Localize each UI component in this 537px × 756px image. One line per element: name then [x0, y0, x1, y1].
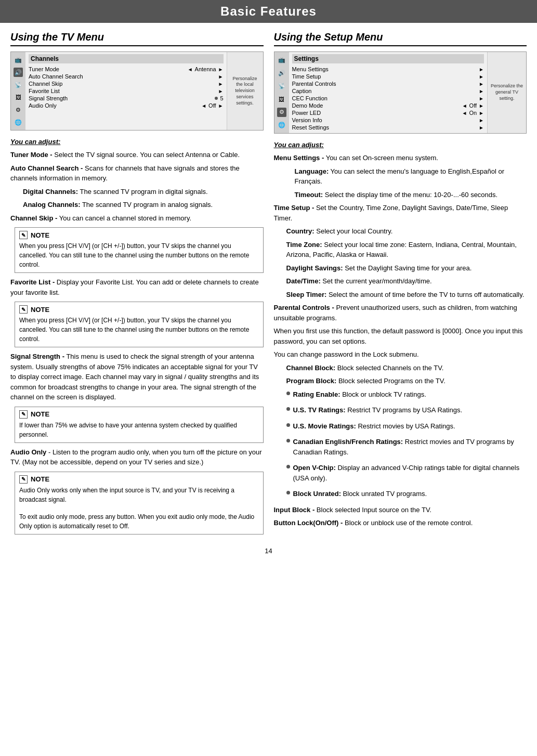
favorite-list-para: Favorite List - Display your Favorite Li… [10, 277, 264, 297]
menu-icons: 📺 🔊 📡 🖼 ⚙ 🌐 [11, 52, 25, 130]
setup-reset-settings: Reset Settings ► [292, 124, 484, 131]
input-block-para: Input Block - Block selected Input sourc… [274, 505, 527, 515]
setup-menu-box: 📺 🔊 📡 🖼 ⚙ 🌐 Settings Menu Settings ► Tim… [274, 51, 527, 134]
setup-menu-content: Settings Menu Settings ► Time Setup ► Pa… [289, 52, 488, 133]
setup-power-led: Power LED ◄ On ► [292, 109, 484, 116]
timezone-para: Time Zone: Select your local time zone: … [286, 240, 527, 260]
settings-icon2: ⚙ [277, 108, 286, 117]
right-section-title: Using the Setup Menu [274, 31, 527, 46]
setup-time-setup: Time Setup ► [292, 73, 484, 80]
left-arrow: ◄ [188, 67, 193, 72]
image-icon: 🖼 [14, 93, 23, 102]
menu-settings-para: Menu Settings - You can set On-screen me… [274, 153, 527, 163]
right-arrow: ► [218, 67, 224, 72]
change-password-para: You can change password in the Lock subm… [274, 349, 527, 360]
main-content: Using the TV Menu 📺 🔊 📡 🖼 ⚙ 🌐 Channels T… [0, 31, 537, 539]
bullet-dot [286, 423, 290, 427]
timeout-para: Timeout: Select the display time of the … [295, 190, 527, 200]
channel-skip-para: Channel Skip - You can cancel a channel … [10, 213, 264, 224]
language-para: Language: You can select the menu's lang… [295, 166, 527, 187]
time-setup-para: Time Setup - Set the Country, Time Zone,… [274, 203, 527, 223]
setup-caption: Caption ► [292, 87, 484, 95]
us-movie-ratings-item: U.S. Movie Ratings: Restrict movies by U… [286, 421, 527, 435]
setup-cec: CEC Function ► [292, 95, 484, 102]
menu-item-signal-strength: Signal Strength 5 [29, 95, 224, 102]
left-column: Using the TV Menu 📺 🔊 📡 🖼 ⚙ 🌐 Channels T… [10, 31, 264, 539]
bullet-dot [286, 407, 290, 411]
right-body-content: Menu Settings - You can set On-screen me… [274, 153, 527, 528]
auto-channel-para: Auto Channel Search - Scans for channels… [10, 163, 264, 184]
setup-version-info: Version Info ► [292, 116, 484, 124]
button-lock-para: Button Lock(On/Off) - Block or unblock u… [274, 518, 527, 528]
tuner-mode-para: Tuner Mode - Select the TV signal source… [10, 150, 264, 160]
page-header: Basic Features [0, 0, 537, 23]
left-body-content: Tuner Mode - Select the TV signal source… [10, 150, 264, 535]
note-box-3: ✎ NOTE If lower than 75% we advise to ha… [15, 407, 264, 443]
right-arrow: ► [218, 88, 224, 94]
page-title: Basic Features [0, 4, 537, 19]
page-number: 14 [0, 539, 537, 559]
signal-icon2: 📡 [277, 82, 286, 91]
tv-icon2: 📺 [277, 56, 286, 65]
daylight-para: Daylight Savings: Set the Daylight Savin… [286, 263, 527, 273]
right-arrow: ► [218, 103, 224, 109]
setup-menu-settings: Menu Settings ► [292, 66, 484, 73]
tv-menu-box: 📺 🔊 📡 🖼 ⚙ 🌐 Channels Tuner Mode ◄ Antenn… [10, 51, 264, 131]
menu-item-auto-channel: Auto Channel Search ► [29, 73, 224, 80]
bullet-dot [286, 439, 290, 442]
note-text-4b: To exit audio only mode, press any butto… [19, 512, 259, 531]
bullet-dot [286, 491, 290, 494]
note-icon-1: ✎ [19, 231, 28, 239]
you-can-adjust-label: You can adjust: [10, 138, 264, 146]
digital-channels-para: Digital Channels: The scanned TV program… [23, 187, 264, 197]
setup-you-can-adjust-label: You can adjust: [274, 141, 527, 149]
menu-item-audio-only: Audio Only ◄ Off ► [29, 102, 224, 109]
setup-parental: Parental Controls ► [292, 80, 484, 87]
note-box-1: ✎ NOTE When you press [CH V/V] (or [CH +… [15, 227, 264, 273]
note-icon-3: ✎ [19, 410, 28, 419]
bullet-dot [286, 465, 290, 468]
note-box-4: ✎ NOTE Audio Only works only when the in… [15, 472, 264, 535]
country-para: Country: Select your local Country. [286, 226, 527, 237]
menu-header: Channels [29, 54, 224, 63]
bullet-dot [286, 392, 290, 395]
open-vchip-item: Open V-Chip: Display an advanced V-Chip … [286, 463, 527, 486]
menu-item-tuner-mode: Tuner Mode ◄ Antenna ► [29, 66, 224, 73]
channel-block-para: Channel Block: Block selected Channels o… [286, 363, 527, 373]
note-text-2: When you press [CH V/V] (or [CH +/-]) bu… [19, 316, 259, 344]
canadian-ratings-item: Canadian English/French Ratings: Restric… [286, 437, 527, 460]
right-column: Using the Setup Menu 📺 🔊 📡 🖼 ⚙ 🌐 Setting… [274, 31, 527, 539]
menu-item-favorite-list: Favorite List ► [29, 87, 224, 95]
note-text-4a: Audio Only works only when the input sou… [19, 486, 259, 504]
block-unrated-item: Block Unrated: Block unrated TV programs… [286, 489, 527, 502]
tv-icon: 📺 [14, 55, 23, 64]
tv-menu-note: Personalize the local television service… [227, 52, 263, 130]
image-icon2: 🖼 [277, 95, 286, 104]
audio-icon2: 🔊 [277, 69, 286, 78]
setup-menu-header: Settings [292, 54, 484, 63]
default-password-para: When you first use this function, the de… [274, 326, 527, 346]
right-arrow: ► [218, 74, 224, 80]
analog-channels-para: Analog Channels: The scanned TV program … [23, 200, 264, 210]
sleep-timer-para: Sleep Timer: Select the amount of time b… [286, 290, 527, 300]
menu-content: Channels Tuner Mode ◄ Antenna ► Auto Cha… [25, 52, 227, 130]
note-icon-4: ✎ [19, 475, 28, 484]
parental-controls-para: Parental Controls - Prevent unauthorized… [274, 303, 527, 323]
note-text-3: If lower than 75% we advise to have your… [19, 421, 259, 439]
menu-item-channel-skip: Channel Skip ► [29, 80, 224, 87]
audio-only-para: Audio Only - Listen to the program audio… [10, 447, 264, 467]
left-arrow: ◄ [201, 103, 206, 109]
setup-menu-note: Personalize the general TV setting. [487, 52, 526, 133]
left-section-title: Using the TV Menu [10, 31, 264, 46]
setup-demo-mode: Demo Mode ◄ Off ► [292, 102, 484, 109]
audio-icon: 🔊 [14, 68, 23, 77]
signal-icon: 📡 [14, 80, 23, 89]
right-arrow: ► [218, 81, 224, 87]
program-block-para: Program Block: Block selected Programs o… [286, 376, 527, 386]
settings-icon: ⚙ [14, 105, 23, 114]
globe-icon: 🌐 [14, 118, 23, 127]
datetime-para: Date/Time: Set the current year/month/da… [286, 276, 527, 286]
setup-menu-icons: 📺 🔊 📡 🖼 ⚙ 🌐 [274, 52, 289, 133]
rating-enable-item: Rating Enable: Block or unblock TV ratin… [286, 389, 527, 403]
us-tv-ratings-item: U.S. TV Ratings: Restrict TV programs by… [286, 405, 527, 419]
